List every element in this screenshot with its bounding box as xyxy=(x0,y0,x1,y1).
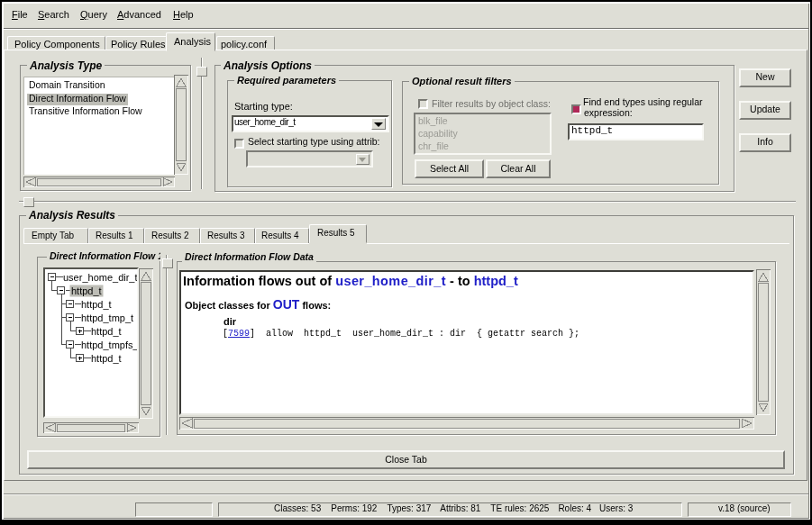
svg-text:httpd_tmp_t: httpd_tmp_t xyxy=(81,312,133,323)
svg-text:httpd_t: httpd_t xyxy=(81,299,112,310)
svg-text:httpd_tmpfs_t: httpd_tmpfs_t xyxy=(81,339,137,350)
svg-text:httpd_t: httpd_t xyxy=(71,285,102,296)
svg-text:httpd_t: httpd_t xyxy=(91,353,122,364)
svg-text:user_home_dir_t: user_home_dir_t xyxy=(63,272,137,283)
svg-text:httpd_t: httpd_t xyxy=(91,326,122,337)
